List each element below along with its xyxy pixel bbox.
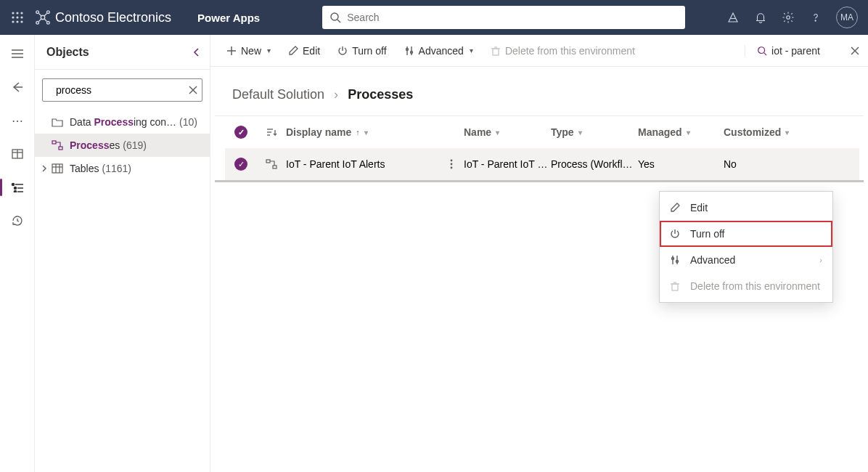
cell-display-name: IoT - Parent IoT Alerts (286, 158, 438, 170)
tree-item-count: (619) (123, 139, 147, 151)
cell-name: IoT - Parent IoT … (464, 158, 551, 170)
menu-edit[interactable]: Edit (660, 195, 832, 221)
menu-advanced[interactable]: Advanced › (660, 247, 832, 273)
column-display-name[interactable]: Display name ↑ ▾ (286, 126, 464, 138)
svg-rect-74 (672, 284, 678, 290)
svg-point-11 (47, 11, 50, 14)
chevron-down-icon: ▾ (267, 46, 271, 54)
help-button[interactable] (808, 10, 823, 25)
objects-title: Objects (46, 46, 89, 59)
svg-point-35 (14, 191, 16, 193)
tree-item-processes[interactable]: Processes (619) (35, 134, 210, 157)
table-row[interactable]: ✓ IoT - Parent IoT Alerts IoT - Parent I… (225, 148, 859, 180)
process-icon (51, 140, 64, 150)
row-more-button[interactable] (438, 159, 464, 169)
help-icon (809, 11, 822, 24)
account-avatar[interactable]: MA (836, 7, 858, 28)
svg-point-12 (36, 22, 39, 25)
rail-back[interactable] (6, 77, 29, 97)
rail-more[interactable]: ⋯ (6, 110, 29, 131)
breadcrumb-current: Processes (348, 87, 413, 102)
cell-managed: Yes (638, 158, 724, 170)
rail-hamburger[interactable] (6, 44, 29, 64)
menu-turn-off[interactable]: Turn off (660, 221, 832, 247)
cmd-edit[interactable]: Edit (281, 41, 327, 61)
pencil-icon (288, 46, 298, 56)
cmd-edit-label: Edit (303, 45, 320, 57)
row-context-menu: Edit Turn off Advanced › Delete from th (659, 191, 833, 303)
global-search-input[interactable] (347, 12, 678, 23)
breadcrumb-root[interactable]: Default Solution (232, 87, 324, 102)
trash-icon (670, 281, 681, 291)
app-name: Power Apps (197, 12, 260, 24)
column-managed[interactable]: Managed▾ (638, 126, 724, 138)
column-sort-button[interactable] (257, 127, 286, 137)
chevron-down-icon: ▾ (785, 129, 789, 137)
svg-rect-54 (493, 49, 499, 55)
collapse-panel-button[interactable] (192, 47, 201, 57)
cmd-new[interactable]: New ▾ (219, 41, 278, 61)
global-search[interactable] (322, 6, 685, 29)
svg-line-16 (39, 19, 42, 22)
filter-pill: iot - parent (745, 45, 859, 57)
settings-button[interactable] (781, 10, 795, 25)
waffle-button[interactable] (6, 12, 29, 23)
svg-point-22 (787, 16, 790, 20)
check-circle-icon: ✓ (234, 126, 247, 139)
menu-advanced-label: Advanced (690, 254, 735, 266)
cmd-turn-off[interactable]: Turn off (330, 41, 393, 61)
select-all-button[interactable]: ✓ (225, 126, 257, 139)
svg-rect-65 (273, 166, 277, 168)
column-name[interactable]: Name▾ (464, 126, 551, 138)
search-icon (757, 46, 767, 56)
objects-tree: Data Processing con… (10) Processes (619… (35, 110, 210, 180)
svg-point-1 (16, 12, 18, 14)
cmd-delete: Delete from this environment (483, 41, 642, 61)
cmd-delete-label: Delete from this environment (505, 45, 635, 57)
cmd-advanced-label: Advanced (419, 45, 464, 57)
cmd-advanced[interactable]: Advanced ▾ (397, 41, 480, 61)
sort-list-icon (266, 127, 277, 137)
column-type[interactable]: Type▾ (551, 126, 638, 138)
svg-point-4 (16, 16, 18, 18)
menu-edit-label: Edit (690, 202, 708, 213)
clear-filter-button[interactable] (851, 46, 859, 55)
svg-point-68 (450, 167, 452, 169)
svg-point-5 (20, 16, 22, 18)
environment-icon (726, 11, 740, 24)
objects-search[interactable] (42, 78, 202, 102)
chevron-down-icon: ▾ (470, 46, 473, 54)
bell-icon (754, 11, 767, 24)
svg-point-18 (331, 13, 338, 20)
svg-line-14 (39, 14, 42, 17)
clear-search-button[interactable] (189, 86, 197, 94)
tree-item-tables[interactable]: Tables (1161) (35, 157, 210, 180)
chevron-left-icon (192, 47, 201, 57)
row-type-icon (257, 159, 286, 169)
column-customized[interactable]: Customized▾ (724, 126, 859, 138)
tree-icon (11, 182, 24, 192)
svg-point-23 (815, 20, 816, 21)
row-select[interactable]: ✓ (225, 158, 257, 171)
menu-icon (11, 49, 24, 59)
notifications-button[interactable] (753, 10, 768, 25)
avatar-initials: MA (840, 12, 853, 23)
trash-icon (491, 46, 501, 56)
environment-button[interactable] (726, 10, 740, 25)
svg-point-66 (450, 160, 452, 162)
back-arrow-icon (12, 81, 23, 93)
rail-tree[interactable] (6, 177, 29, 198)
svg-point-0 (12, 12, 14, 14)
rail-table[interactable] (6, 144, 29, 164)
tree-item-data-processing[interactable]: Data Processing con… (10) (35, 110, 210, 134)
sort-asc-icon: ↑ (356, 128, 360, 137)
rail-history[interactable] (6, 211, 29, 231)
tree-item-label: Data Processing con… (70, 116, 176, 128)
svg-point-67 (450, 163, 452, 166)
svg-point-7 (16, 20, 18, 23)
svg-rect-64 (266, 160, 270, 163)
cell-type: Process (Workflo… (551, 158, 638, 170)
breadcrumb: Default Solution › Processes (210, 67, 868, 115)
org-logo-icon (35, 9, 51, 25)
objects-search-input[interactable] (56, 84, 183, 96)
